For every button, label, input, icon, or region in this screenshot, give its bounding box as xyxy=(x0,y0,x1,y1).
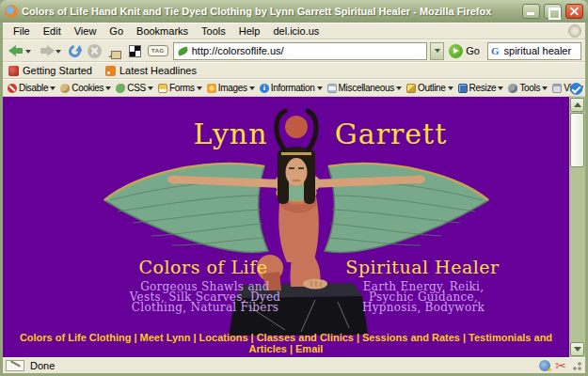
page-title-first-name: Lynn xyxy=(165,118,296,150)
reload-button[interactable] xyxy=(67,41,83,60)
rss-icon xyxy=(105,66,116,76)
menu-help[interactable]: Help xyxy=(232,24,267,38)
menu-bar: File Edit View Go Bookmarks Tools Help d… xyxy=(3,23,585,39)
minimize-button[interactable] xyxy=(522,4,540,19)
chevron-down-icon xyxy=(249,86,255,93)
maximize-button[interactable] xyxy=(544,4,562,19)
scissors-icon[interactable]: ✂ xyxy=(555,360,566,371)
link-email[interactable]: Email xyxy=(295,343,323,354)
info-icon xyxy=(260,84,269,93)
menu-tools[interactable]: Tools xyxy=(195,24,232,38)
link-meet-lynn[interactable]: Meet Lynn xyxy=(140,332,191,343)
colorzilla-button[interactable] xyxy=(127,41,143,60)
url-bar[interactable] xyxy=(173,42,428,60)
devbar-label: Forms xyxy=(169,83,195,93)
devbar-label: Resize xyxy=(469,83,497,93)
tag-icon: TAG xyxy=(148,45,168,56)
search-input[interactable] xyxy=(502,44,578,57)
scroll-down-button[interactable] xyxy=(570,342,584,356)
go-button[interactable]: Go xyxy=(447,41,485,60)
menu-view[interactable]: View xyxy=(68,24,103,38)
devbar-images[interactable]: Images xyxy=(205,83,257,93)
firefox-window: Colors of Life Hand Knit and Tie Dyed Cl… xyxy=(0,0,588,376)
bookmark-label: Latest Headlines xyxy=(119,65,197,76)
extension-globe-icon[interactable] xyxy=(539,360,550,371)
go-icon xyxy=(449,44,463,58)
chevron-down-icon xyxy=(396,86,402,93)
devbar-tools[interactable]: Tools xyxy=(506,83,549,93)
navigation-toolbar: TAG Go xyxy=(3,39,585,62)
healer-subtext: Earth Energy, Reiki, Psychic Guidance, H… xyxy=(325,282,522,313)
go-label: Go xyxy=(466,45,480,56)
devbar-disable[interactable]: Disable xyxy=(6,83,57,93)
web-developer-toolbar: Disable Cookies CSS Forms Images Informa… xyxy=(3,79,585,97)
clothing-heading: Colors of Life xyxy=(104,257,302,277)
devbar-label: Disable xyxy=(19,83,48,93)
page-title-last-name: Garrett xyxy=(309,118,473,150)
devbar-forms[interactable]: Forms xyxy=(156,83,204,93)
healer-subtext-line: Hypnosis, Bodywork xyxy=(325,303,522,313)
page-status-icon xyxy=(6,360,24,371)
forward-dropdown-icon[interactable] xyxy=(56,50,61,56)
tools-icon xyxy=(508,84,517,93)
chevron-down-icon xyxy=(542,86,548,93)
chevron-down-icon xyxy=(197,86,202,93)
home-button[interactable] xyxy=(106,41,124,60)
devbar-label: Miscellaneous xyxy=(339,83,394,93)
status-bar: Done ✂ xyxy=(3,357,585,373)
forward-button[interactable] xyxy=(37,41,64,60)
menu-edit[interactable]: Edit xyxy=(37,24,68,38)
monitor-icon xyxy=(458,84,468,93)
bookmark-getting-started[interactable]: Getting Started xyxy=(8,65,92,76)
search-box[interactable] xyxy=(487,42,581,60)
devbar-outline[interactable]: Outline xyxy=(405,83,455,93)
link-locations[interactable]: Locations xyxy=(199,332,248,343)
back-dropdown-icon[interactable] xyxy=(25,50,31,56)
scroll-up-button[interactable] xyxy=(570,98,584,112)
chevron-down-icon xyxy=(50,86,56,93)
chevron-down-icon xyxy=(105,86,111,93)
throbber-icon xyxy=(568,24,581,38)
link-classes-and-clinics[interactable]: Classes and Clinics xyxy=(257,332,354,343)
disable-icon xyxy=(8,84,17,93)
cookie-icon xyxy=(60,84,70,93)
menu-file[interactable]: File xyxy=(7,24,37,38)
forms-icon xyxy=(158,84,167,93)
chevron-down-icon xyxy=(435,49,440,55)
menu-delicious[interactable]: del.icio.us xyxy=(266,24,326,38)
back-icon xyxy=(8,45,24,57)
devbar-miscellaneous[interactable]: Miscellaneous xyxy=(326,83,404,93)
chevron-down-icon xyxy=(148,86,153,93)
back-button[interactable] xyxy=(7,41,34,60)
devbar-label: CSS xyxy=(127,83,146,93)
menu-bookmarks[interactable]: Bookmarks xyxy=(130,24,195,38)
chevron-down-icon xyxy=(498,86,503,93)
site-favicon xyxy=(177,46,189,55)
vertical-scrollbar[interactable] xyxy=(569,97,585,357)
chevron-down-icon xyxy=(574,347,581,355)
devbar-cookies[interactable]: Cookies xyxy=(58,83,113,93)
stop-icon xyxy=(87,44,102,58)
validation-check-icon[interactable] xyxy=(570,83,582,95)
home-icon xyxy=(108,45,122,57)
bookmark-latest-headlines[interactable]: Latest Headlines xyxy=(105,65,197,76)
devbar-information[interactable]: Information xyxy=(258,83,325,93)
page-viewport: Lynn Garrett Colors of Life Gorgeous Sha… xyxy=(3,97,585,357)
menu-go[interactable]: Go xyxy=(103,24,130,38)
nav-separator: | xyxy=(194,332,197,343)
stop-button[interactable] xyxy=(86,41,103,60)
delicious-tag-button[interactable]: TAG xyxy=(146,41,170,60)
url-input[interactable] xyxy=(192,45,425,56)
devbar-resize[interactable]: Resize xyxy=(456,83,506,93)
url-dropdown-button[interactable] xyxy=(430,42,444,60)
devbar-css[interactable]: CSS xyxy=(114,83,155,93)
devbar-label: Cookies xyxy=(72,83,103,93)
link-colors-of-life-clothing[interactable]: Colors of Life Clothing xyxy=(20,332,132,343)
scrollbar-thumb[interactable] xyxy=(570,113,584,167)
google-icon xyxy=(491,45,500,56)
chevron-up-icon xyxy=(574,99,581,107)
close-button[interactable] xyxy=(565,4,583,19)
resize-grip[interactable] xyxy=(571,360,582,371)
devbar-label: Tools xyxy=(519,83,540,93)
link-sessions-and-rates[interactable]: Sessions and Rates xyxy=(362,332,460,343)
